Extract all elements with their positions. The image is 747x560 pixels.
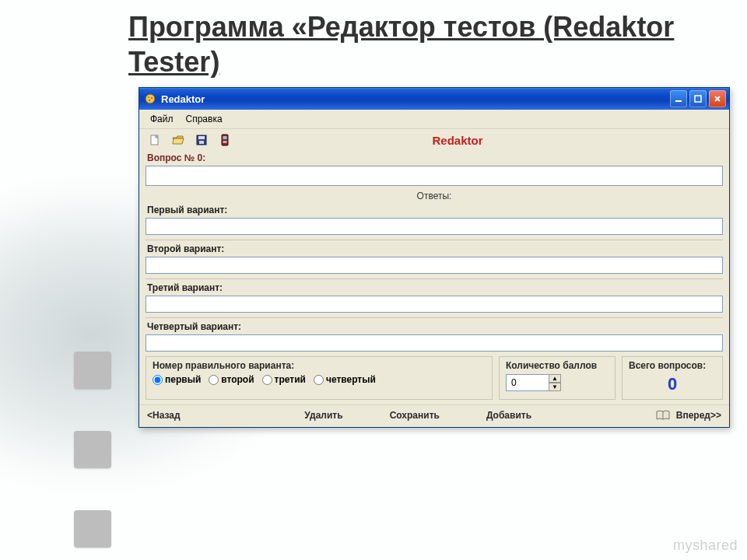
app-name-label: Redaktor	[194, 134, 721, 147]
radio-option-3[interactable]: третий	[262, 374, 306, 385]
variant-4-input[interactable]	[146, 334, 723, 352]
open-file-button[interactable]	[170, 132, 186, 148]
radio-4-input[interactable]	[314, 375, 324, 385]
add-button[interactable]: Добавить	[486, 410, 531, 421]
radio-4-label: четвертый	[326, 374, 376, 385]
forward-button[interactable]: Вперед>>	[676, 410, 721, 421]
close-button[interactable]	[709, 90, 726, 107]
points-spin-up[interactable]: ▲	[549, 374, 561, 383]
watermark: myshared	[673, 537, 738, 554]
variant-2-input[interactable]	[146, 257, 723, 274]
total-title: Всего вопросов:	[629, 360, 716, 371]
separator	[146, 240, 723, 240]
correct-variant-panel: Номер правильного варианта: первый второ…	[146, 356, 493, 400]
variant-2-label: Второй вариант:	[147, 243, 721, 254]
radio-1-input[interactable]	[153, 375, 163, 385]
menubar: Файл Справка	[139, 110, 729, 129]
svg-point-2	[151, 97, 153, 99]
maximize-button[interactable]	[689, 90, 707, 107]
variant-1-input[interactable]	[146, 218, 723, 235]
answers-header: Ответы:	[146, 191, 723, 201]
variant-4-label: Четвертый вариант:	[147, 321, 721, 332]
decorative-square	[74, 431, 111, 468]
menu-help[interactable]: Справка	[181, 112, 227, 126]
svg-point-0	[146, 94, 155, 103]
points-panel: Количество баллов ▲ ▼	[499, 356, 615, 400]
separator	[146, 317, 723, 318]
slide-title: Программа «Редактор тестов (Redaktor Tes…	[128, 9, 704, 79]
titlebar[interactable]: Redaktor	[139, 88, 729, 110]
radio-3-input[interactable]	[262, 375, 272, 385]
total-value: 0	[629, 374, 716, 394]
menu-file[interactable]: Файл	[146, 112, 178, 126]
app-icon	[144, 93, 156, 105]
svg-point-3	[149, 100, 150, 101]
back-button[interactable]: <Назад	[147, 410, 181, 421]
radio-option-2[interactable]: второй	[209, 374, 254, 385]
decorative-square	[74, 510, 111, 548]
radio-2-label: второй	[221, 374, 254, 385]
question-input[interactable]	[146, 166, 723, 186]
points-spin-down[interactable]: ▼	[549, 383, 561, 391]
svg-rect-5	[695, 96, 701, 102]
svg-point-1	[148, 96, 149, 98]
variant-3-label: Третий вариант:	[147, 282, 721, 293]
toolbar: Redaktor	[139, 129, 729, 149]
new-file-icon	[149, 134, 161, 146]
open-folder-icon	[172, 134, 184, 146]
total-panel: Всего вопросов: 0	[622, 356, 723, 400]
points-title: Количество баллов	[506, 360, 608, 371]
correct-variant-title: Номер правильного варианта:	[153, 360, 486, 371]
form-body: Вопрос № 0: Ответы: Первый вариант: Втор…	[139, 149, 729, 404]
decorative-square	[74, 352, 111, 389]
radio-option-4[interactable]: четвертый	[314, 374, 376, 385]
radio-2-input[interactable]	[209, 375, 219, 385]
radio-1-label: первый	[165, 374, 201, 385]
radio-option-1[interactable]: первый	[153, 374, 201, 385]
app-window: Redaktor Файл Справка Redaktor Вопрос № …	[139, 87, 730, 428]
points-input[interactable]	[506, 374, 549, 391]
save-action-button[interactable]: Сохранить	[390, 410, 440, 421]
radio-3-label: третий	[275, 374, 306, 385]
nav-bar: <Назад Удалить Сохранить Добавить Вперед…	[139, 404, 729, 427]
window-title: Redaktor	[161, 93, 670, 105]
variant-1-label: Первый вариант:	[147, 205, 721, 215]
book-icon	[656, 410, 670, 421]
variant-3-input[interactable]	[146, 296, 723, 313]
new-file-button[interactable]	[147, 132, 163, 148]
minimize-button[interactable]	[670, 90, 687, 107]
separator	[146, 278, 723, 279]
question-label: Вопрос № 0:	[147, 152, 721, 163]
delete-button[interactable]: Удалить	[304, 410, 342, 421]
svg-rect-4	[675, 100, 682, 102]
